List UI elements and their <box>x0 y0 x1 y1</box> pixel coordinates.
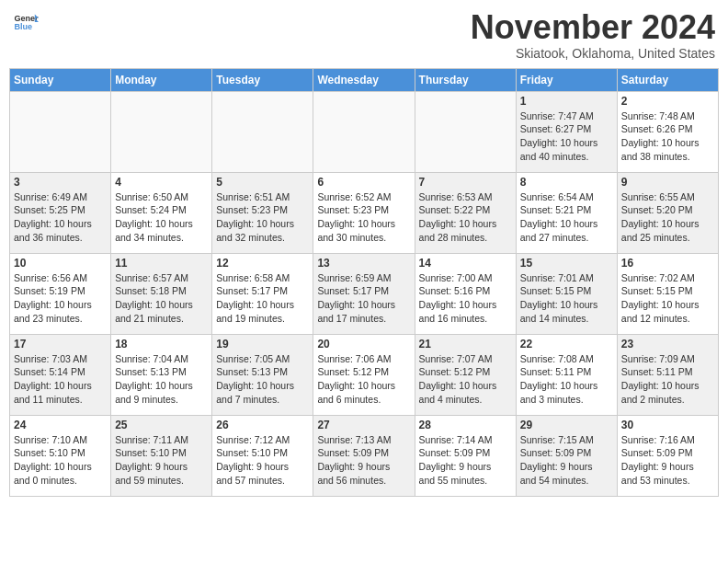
calendar-day-cell: 3Sunrise: 6:49 AM Sunset: 5:25 PM Daylig… <box>10 172 111 253</box>
calendar-day-cell: 25Sunrise: 7:11 AM Sunset: 5:10 PM Dayli… <box>111 415 212 496</box>
calendar-day-cell: 28Sunrise: 7:14 AM Sunset: 5:09 PM Dayli… <box>415 415 516 496</box>
day-info: Sunrise: 6:51 AM Sunset: 5:23 PM Dayligh… <box>216 190 309 245</box>
day-number: 6 <box>317 176 410 189</box>
calendar-day-cell: 13Sunrise: 6:59 AM Sunset: 5:17 PM Dayli… <box>313 253 415 334</box>
day-info: Sunrise: 7:06 AM Sunset: 5:12 PM Dayligh… <box>317 352 410 407</box>
day-number: 17 <box>14 338 107 350</box>
day-info: Sunrise: 7:10 AM Sunset: 5:10 PM Dayligh… <box>14 433 107 488</box>
day-number: 2 <box>621 95 714 108</box>
logo: General Blue <box>13 9 39 35</box>
day-info: Sunrise: 6:52 AM Sunset: 5:23 PM Dayligh… <box>317 190 410 245</box>
day-number: 12 <box>216 257 309 270</box>
day-info: Sunrise: 7:00 AM Sunset: 5:16 PM Dayligh… <box>419 271 512 326</box>
page-header: General Blue November 2024 Skiatook, Okl… <box>9 9 719 61</box>
weekday-header: Sunday <box>10 68 111 91</box>
calendar-day-cell: 24Sunrise: 7:10 AM Sunset: 5:10 PM Dayli… <box>10 415 111 496</box>
day-number: 10 <box>14 257 107 270</box>
day-info: Sunrise: 7:12 AM Sunset: 5:10 PM Dayligh… <box>216 433 309 488</box>
day-number: 22 <box>520 338 613 350</box>
day-number: 9 <box>621 176 714 189</box>
calendar-day-cell <box>212 91 313 172</box>
day-number: 18 <box>115 338 208 350</box>
calendar-day-cell: 30Sunrise: 7:16 AM Sunset: 5:09 PM Dayli… <box>617 415 718 496</box>
calendar-day-cell <box>415 91 516 172</box>
day-info: Sunrise: 7:47 AM Sunset: 6:27 PM Dayligh… <box>520 109 613 164</box>
day-info: Sunrise: 7:03 AM Sunset: 5:14 PM Dayligh… <box>14 352 107 407</box>
day-info: Sunrise: 7:11 AM Sunset: 5:10 PM Dayligh… <box>115 433 208 488</box>
day-number: 20 <box>317 338 410 350</box>
day-number: 23 <box>621 338 714 350</box>
day-number: 26 <box>216 419 309 431</box>
day-number: 3 <box>14 176 107 189</box>
month-title: November 2024 <box>471 9 715 46</box>
calendar-day-cell: 12Sunrise: 6:58 AM Sunset: 5:17 PM Dayli… <box>212 253 313 334</box>
day-number: 11 <box>115 257 208 270</box>
weekday-header: Tuesday <box>212 68 313 91</box>
day-info: Sunrise: 7:16 AM Sunset: 5:09 PM Dayligh… <box>621 433 714 488</box>
day-number: 28 <box>419 419 512 431</box>
day-number: 8 <box>520 176 613 189</box>
calendar-day-cell: 8Sunrise: 6:54 AM Sunset: 5:21 PM Daylig… <box>516 172 617 253</box>
calendar-day-cell: 22Sunrise: 7:08 AM Sunset: 5:11 PM Dayli… <box>516 334 617 415</box>
weekday-header: Saturday <box>617 68 718 91</box>
calendar-day-cell: 21Sunrise: 7:07 AM Sunset: 5:12 PM Dayli… <box>415 334 516 415</box>
day-info: Sunrise: 6:56 AM Sunset: 5:19 PM Dayligh… <box>14 271 107 326</box>
calendar-day-cell: 15Sunrise: 7:01 AM Sunset: 5:15 PM Dayli… <box>516 253 617 334</box>
day-info: Sunrise: 7:04 AM Sunset: 5:13 PM Dayligh… <box>115 352 208 407</box>
calendar-day-cell: 10Sunrise: 6:56 AM Sunset: 5:19 PM Dayli… <box>10 253 111 334</box>
day-number: 14 <box>419 257 512 270</box>
calendar-day-cell: 23Sunrise: 7:09 AM Sunset: 5:11 PM Dayli… <box>617 334 718 415</box>
day-info: Sunrise: 6:50 AM Sunset: 5:24 PM Dayligh… <box>115 190 208 245</box>
calendar-day-cell: 11Sunrise: 6:57 AM Sunset: 5:18 PM Dayli… <box>111 253 212 334</box>
calendar-day-cell: 16Sunrise: 7:02 AM Sunset: 5:15 PM Dayli… <box>617 253 718 334</box>
day-info: Sunrise: 7:05 AM Sunset: 5:13 PM Dayligh… <box>216 352 309 407</box>
day-info: Sunrise: 7:07 AM Sunset: 5:12 PM Dayligh… <box>419 352 512 407</box>
calendar-day-cell: 17Sunrise: 7:03 AM Sunset: 5:14 PM Dayli… <box>10 334 111 415</box>
day-number: 16 <box>621 257 714 270</box>
calendar-day-cell <box>10 91 111 172</box>
calendar-day-cell: 19Sunrise: 7:05 AM Sunset: 5:13 PM Dayli… <box>212 334 313 415</box>
day-info: Sunrise: 7:13 AM Sunset: 5:09 PM Dayligh… <box>317 433 410 488</box>
day-number: 21 <box>419 338 512 350</box>
weekday-header: Monday <box>111 68 212 91</box>
calendar-day-cell: 29Sunrise: 7:15 AM Sunset: 5:09 PM Dayli… <box>516 415 617 496</box>
day-number: 19 <box>216 338 309 350</box>
day-info: Sunrise: 7:08 AM Sunset: 5:11 PM Dayligh… <box>520 352 613 407</box>
calendar-day-cell: 7Sunrise: 6:53 AM Sunset: 5:22 PM Daylig… <box>415 172 516 253</box>
calendar-table: SundayMondayTuesdayWednesdayThursdayFrid… <box>9 68 719 497</box>
day-info: Sunrise: 7:01 AM Sunset: 5:15 PM Dayligh… <box>520 271 613 326</box>
calendar-week-row: 24Sunrise: 7:10 AM Sunset: 5:10 PM Dayli… <box>10 415 719 496</box>
day-number: 24 <box>14 419 107 431</box>
day-number: 1 <box>520 95 613 108</box>
calendar-week-row: 1Sunrise: 7:47 AM Sunset: 6:27 PM Daylig… <box>10 91 719 172</box>
calendar-day-cell: 27Sunrise: 7:13 AM Sunset: 5:09 PM Dayli… <box>313 415 415 496</box>
day-info: Sunrise: 7:02 AM Sunset: 5:15 PM Dayligh… <box>621 271 714 326</box>
day-info: Sunrise: 6:54 AM Sunset: 5:21 PM Dayligh… <box>520 190 613 245</box>
day-info: Sunrise: 6:49 AM Sunset: 5:25 PM Dayligh… <box>14 190 107 245</box>
logo-icon: General Blue <box>13 9 39 35</box>
calendar-day-cell: 26Sunrise: 7:12 AM Sunset: 5:10 PM Dayli… <box>212 415 313 496</box>
day-number: 29 <box>520 419 613 431</box>
calendar-day-cell: 1Sunrise: 7:47 AM Sunset: 6:27 PM Daylig… <box>516 91 617 172</box>
weekday-header: Wednesday <box>313 68 415 91</box>
day-number: 27 <box>317 419 410 431</box>
weekday-header-row: SundayMondayTuesdayWednesdayThursdayFrid… <box>10 68 719 91</box>
day-number: 4 <box>115 176 208 189</box>
day-info: Sunrise: 7:14 AM Sunset: 5:09 PM Dayligh… <box>419 433 512 488</box>
day-number: 30 <box>621 419 714 431</box>
svg-text:Blue: Blue <box>14 22 32 31</box>
day-info: Sunrise: 6:58 AM Sunset: 5:17 PM Dayligh… <box>216 271 309 326</box>
calendar-week-row: 17Sunrise: 7:03 AM Sunset: 5:14 PM Dayli… <box>10 334 719 415</box>
day-info: Sunrise: 7:48 AM Sunset: 6:26 PM Dayligh… <box>621 109 714 164</box>
calendar-day-cell: 18Sunrise: 7:04 AM Sunset: 5:13 PM Dayli… <box>111 334 212 415</box>
day-info: Sunrise: 6:55 AM Sunset: 5:20 PM Dayligh… <box>621 190 714 245</box>
weekday-header: Friday <box>516 68 617 91</box>
day-number: 25 <box>115 419 208 431</box>
calendar-day-cell: 4Sunrise: 6:50 AM Sunset: 5:24 PM Daylig… <box>111 172 212 253</box>
day-info: Sunrise: 7:09 AM Sunset: 5:11 PM Dayligh… <box>621 352 714 407</box>
calendar-day-cell: 5Sunrise: 6:51 AM Sunset: 5:23 PM Daylig… <box>212 172 313 253</box>
day-info: Sunrise: 6:59 AM Sunset: 5:17 PM Dayligh… <box>317 271 410 326</box>
weekday-header: Thursday <box>415 68 516 91</box>
day-number: 5 <box>216 176 309 189</box>
day-info: Sunrise: 7:15 AM Sunset: 5:09 PM Dayligh… <box>520 433 613 488</box>
